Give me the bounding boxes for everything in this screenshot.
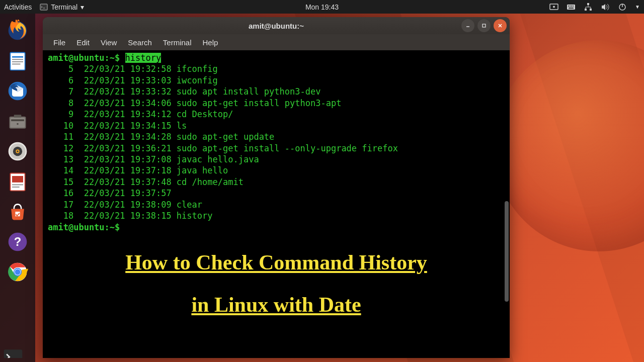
svg-point-43 [15,269,21,275]
svg-rect-11 [590,9,592,11]
dock-files[interactable] [5,108,31,134]
history-row: 15 22/03/21 19:37:48 cd /home/amit [48,176,505,188]
dock-writer[interactable] [5,48,31,74]
svg-point-31 [17,150,19,152]
history-row: 16 22/03/21 19:37:57 [48,188,505,199]
app-menu-label: Terminal [51,3,77,11]
svg-text:?: ? [14,235,22,248]
svg-rect-15 [10,53,25,70]
power-icon[interactable] [618,3,627,12]
dock-thunderbird[interactable] [5,78,31,104]
prompt: amit@ubuntu:~$ [48,222,120,232]
chevron-down-icon[interactable]: ▼ [635,4,640,10]
dock-terminal[interactable] [0,346,26,358]
history-row: 6 22/03/21 19:33:03 iwconfig [48,75,505,86]
minimize-button[interactable] [461,19,474,32]
history-row: 18 22/03/21 19:38:15 history [48,210,505,221]
svg-rect-19 [12,61,23,62]
svg-rect-3 [567,5,575,10]
history-row: 17 22/03/21 19:38:09 clear [48,199,505,210]
svg-rect-24 [11,119,24,121]
svg-rect-5 [570,6,571,7]
close-button[interactable] [494,19,507,32]
menu-terminal[interactable]: Terminal [157,38,197,47]
svg-rect-9 [587,3,589,5]
svg-rect-17 [12,56,23,58]
history-row: 14 22/03/21 19:37:18 java hello [48,165,505,176]
typed-command: history [125,53,162,63]
history-row: 11 22/03/21 19:34:28 sudo apt-get update [48,131,505,142]
scrollbar-thumb[interactable] [505,201,509,302]
caption-line-1: How to Check Command History [43,241,510,284]
history-row: 10 22/03/21 19:34:15 ls [48,120,505,131]
dock-help[interactable]: ? [5,229,31,255]
terminal-icon [40,3,48,11]
menu-help[interactable]: Help [197,38,224,47]
terminal-body[interactable]: amit@ubuntu:~$ history 5 22/03/21 19:32:… [43,50,510,358]
svg-rect-8 [569,8,574,9]
keyboard-icon[interactable] [567,3,576,12]
window-titlebar[interactable]: amit@ubuntu:~ [43,17,510,34]
history-row: 9 22/03/21 19:34:12 cd Desktop/ [48,109,505,120]
svg-rect-20 [12,64,21,65]
clock[interactable]: Mon 19:43 [305,3,339,11]
activities-button[interactable]: Activities [4,3,32,11]
history-row: 5 22/03/21 19:32:58 ifconfig [48,63,505,74]
menu-view[interactable]: View [95,38,122,47]
prompt: amit@ubuntu:~$ [48,53,120,63]
svg-rect-0 [40,4,47,10]
screencast-icon[interactable] [549,3,558,12]
svg-rect-10 [585,9,587,11]
svg-rect-7 [573,6,574,7]
svg-rect-6 [571,6,572,7]
dock-firefox[interactable] [5,18,31,44]
menu-edit[interactable]: Edit [71,38,95,47]
dock-impress[interactable] [5,168,31,195]
dock-rhythmbox[interactable] [5,138,31,164]
caption-line-2: in Linux with Date [43,284,510,326]
svg-rect-23 [10,118,25,128]
window-title: amit@ubuntu:~ [249,22,304,30]
caption-overlay: How to Check Command History in Linux wi… [43,241,510,326]
chevron-down-icon: ▾ [80,3,84,11]
terminal-window: amit@ubuntu:~ File Edit View Search Term… [43,17,510,358]
svg-rect-25 [14,115,22,118]
svg-rect-4 [568,6,569,7]
dock-chrome[interactable] [5,259,31,285]
menu-search[interactable]: Search [122,38,157,47]
maximize-button[interactable] [477,19,491,32]
network-icon[interactable] [584,3,593,12]
history-row: 13 22/03/21 19:37:08 javac hello.java [48,154,505,165]
menu-file[interactable]: File [48,38,71,47]
menubar: File Edit View Search Terminal Help [43,34,510,50]
svg-rect-35 [12,185,23,186]
svg-rect-18 [12,59,23,60]
svg-rect-46 [482,24,486,27]
dock-software[interactable] [5,199,31,225]
history-row: 8 22/03/21 19:34:06 sudo apt-get install… [48,98,505,109]
launcher-dock: ? [0,14,35,362]
history-row: 12 22/03/21 19:36:21 sudo apt-get instal… [48,143,505,154]
history-row: 7 22/03/21 19:33:32 sudo apt install pyt… [48,86,505,97]
svg-point-26 [17,123,19,125]
top-panel: Activities Terminal ▾ Mon 19:43 ▼ [0,0,644,14]
volume-icon[interactable] [601,3,610,12]
svg-point-2 [553,6,555,8]
svg-rect-44 [4,349,23,358]
svg-rect-34 [12,176,23,183]
app-menu[interactable]: Terminal ▾ [40,3,84,11]
svg-rect-36 [12,187,20,188]
